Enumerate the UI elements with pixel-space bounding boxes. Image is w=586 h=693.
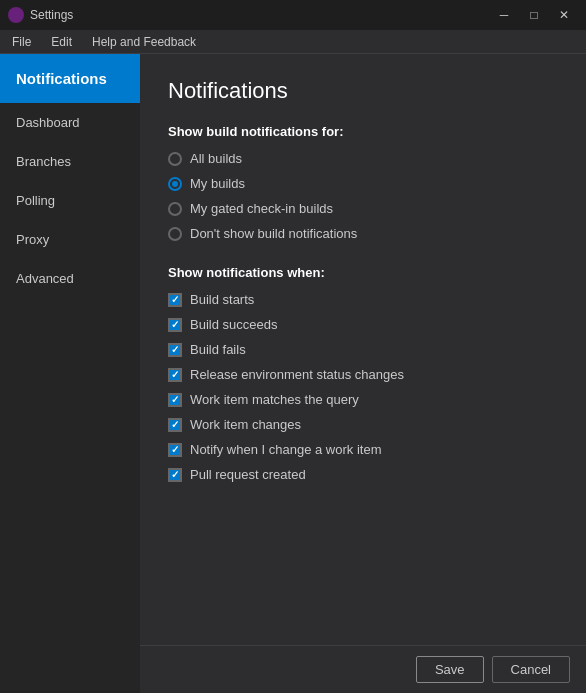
- radio-label-gated: My gated check-in builds: [190, 201, 333, 216]
- page-title: Notifications: [168, 78, 558, 104]
- radio-all-builds[interactable]: All builds: [168, 151, 558, 166]
- radio-circle-none: [168, 227, 182, 241]
- sidebar: Notifications Dashboard Branches Polling…: [0, 54, 140, 693]
- menu-help[interactable]: Help and Feedback: [84, 33, 204, 51]
- checkbox-label-work-item-query: Work item matches the query: [190, 392, 359, 407]
- checkbox-work-item-changes[interactable]: Work item changes: [168, 417, 558, 432]
- save-button[interactable]: Save: [416, 656, 484, 683]
- checkbox-box-notify-workitem: [168, 443, 182, 457]
- radio-gated-builds[interactable]: My gated check-in builds: [168, 201, 558, 216]
- checkbox-box-work-item-query: [168, 393, 182, 407]
- section2-title: Show notifications when:: [168, 265, 558, 280]
- sidebar-item-advanced[interactable]: Advanced: [0, 259, 140, 298]
- checkbox-work-item-query[interactable]: Work item matches the query: [168, 392, 558, 407]
- title-bar: Settings ─ □ ✕: [0, 0, 586, 30]
- section1-title: Show build notifications for:: [168, 124, 558, 139]
- sidebar-item-dashboard[interactable]: Dashboard: [0, 103, 140, 142]
- footer: Save Cancel: [140, 645, 586, 693]
- maximize-button[interactable]: □: [520, 5, 548, 25]
- checkbox-box-build-fails: [168, 343, 182, 357]
- sidebar-item-proxy[interactable]: Proxy: [0, 220, 140, 259]
- checkbox-build-succeeds[interactable]: Build succeeds: [168, 317, 558, 332]
- radio-no-builds[interactable]: Don't show build notifications: [168, 226, 558, 241]
- checkbox-box-build-starts: [168, 293, 182, 307]
- checkbox-notify-workitem[interactable]: Notify when I change a work item: [168, 442, 558, 457]
- sidebar-item-polling[interactable]: Polling: [0, 181, 140, 220]
- checkbox-label-pull-request: Pull request created: [190, 467, 306, 482]
- title-bar-left: Settings: [8, 7, 73, 23]
- sidebar-header: Notifications: [0, 54, 140, 103]
- svg-point-0: [12, 11, 20, 19]
- radio-circle-all: [168, 152, 182, 166]
- minimize-button[interactable]: ─: [490, 5, 518, 25]
- sidebar-item-branches[interactable]: Branches: [0, 142, 140, 181]
- checkbox-release-env[interactable]: Release environment status changes: [168, 367, 558, 382]
- radio-my-builds[interactable]: My builds: [168, 176, 558, 191]
- checkbox-label-build-starts: Build starts: [190, 292, 254, 307]
- checkbox-label-build-fails: Build fails: [190, 342, 246, 357]
- checkbox-label-notify-workitem: Notify when I change a work item: [190, 442, 381, 457]
- content-area: Notifications Show build notifications f…: [140, 54, 586, 693]
- checkbox-label-work-item-changes: Work item changes: [190, 417, 301, 432]
- checkbox-group-notifications: Build starts Build succeeds Build fails …: [168, 292, 558, 482]
- checkbox-label-release-env: Release environment status changes: [190, 367, 404, 382]
- app-icon: [8, 7, 24, 23]
- radio-group-builds: All builds My builds My gated check-in b…: [168, 151, 558, 241]
- radio-label-my: My builds: [190, 176, 245, 191]
- main-layout: Notifications Dashboard Branches Polling…: [0, 54, 586, 693]
- checkbox-box-work-item-changes: [168, 418, 182, 432]
- cancel-button[interactable]: Cancel: [492, 656, 570, 683]
- menu-bar: File Edit Help and Feedback: [0, 30, 586, 54]
- checkbox-pull-request[interactable]: Pull request created: [168, 467, 558, 482]
- title-bar-controls: ─ □ ✕: [490, 5, 578, 25]
- radio-circle-gated: [168, 202, 182, 216]
- close-button[interactable]: ✕: [550, 5, 578, 25]
- radio-label-all: All builds: [190, 151, 242, 166]
- menu-file[interactable]: File: [4, 33, 39, 51]
- checkbox-build-starts[interactable]: Build starts: [168, 292, 558, 307]
- title-text: Settings: [30, 8, 73, 22]
- checkbox-label-build-succeeds: Build succeeds: [190, 317, 277, 332]
- radio-label-none: Don't show build notifications: [190, 226, 357, 241]
- checkbox-box-release-env: [168, 368, 182, 382]
- radio-circle-my: [168, 177, 182, 191]
- checkbox-box-build-succeeds: [168, 318, 182, 332]
- menu-edit[interactable]: Edit: [43, 33, 80, 51]
- checkbox-build-fails[interactable]: Build fails: [168, 342, 558, 357]
- checkbox-box-pull-request: [168, 468, 182, 482]
